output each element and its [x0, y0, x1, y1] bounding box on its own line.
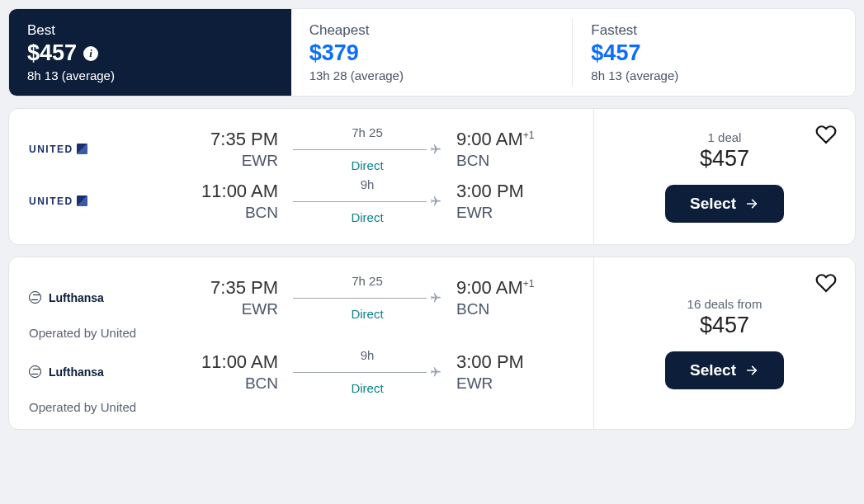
departure-time: 7:35 PM [161, 129, 278, 150]
departure-airport: BCN [161, 374, 278, 393]
sort-tab-meta: 8h 13 (average) [591, 68, 837, 82]
leg-stops: Direct [293, 158, 441, 172]
select-button-label: Select [690, 361, 736, 379]
sort-tab-best[interactable]: Best$457i8h 13 (average) [9, 9, 291, 96]
heart-icon[interactable] [815, 272, 837, 294]
leg-duration: 7h 25 [293, 125, 441, 139]
select-button-label: Select [690, 195, 736, 213]
leg-duration: 7h 25 [293, 274, 441, 288]
flight-leg: UNITED7:35 PMEWR7h 25Direct9:00 AM+1BCN [29, 125, 574, 172]
flight-side: 1 deal$457Select [593, 109, 855, 244]
sort-tab-meta: 13h 28 (average) [309, 68, 555, 82]
sort-tab-price: $457 [591, 40, 837, 66]
flight-leg: UNITED11:00 AMBCN9hDirect3:00 PMEWR [29, 177, 574, 224]
sort-tab-label: Best [27, 22, 273, 39]
sort-tabs: Best$457i8h 13 (average)Cheapest$37913h … [8, 8, 856, 97]
arrival-time: 9:00 AM+1 [456, 129, 574, 150]
leg-stops: Direct [293, 381, 441, 395]
deals-label: 1 deal [708, 130, 742, 144]
leg-middle: 7h 25Direct [293, 274, 441, 321]
airline-logo-united: UNITED [29, 195, 161, 207]
deals-price: $457 [700, 313, 749, 338]
departure-airport: EWR [161, 152, 278, 170]
arrival-airport: EWR [456, 374, 574, 393]
sort-tab-cheapest[interactable]: Cheapest$37913h 28 (average) [291, 9, 574, 96]
leg-stops: Direct [293, 307, 441, 321]
flight-side: 16 deals from$457Select [593, 257, 855, 429]
leg-duration: 9h [293, 177, 441, 191]
arrival-airport: EWR [456, 204, 574, 222]
sort-tab-price: $457i [27, 40, 273, 66]
arrival-time: 3:00 PM [456, 351, 574, 373]
departure-block: 7:35 PMEWR [161, 277, 293, 318]
heart-icon[interactable] [815, 124, 837, 145]
flight-card[interactable]: Lufthansa7:35 PMEWR7h 25Direct9:00 AM+1B… [8, 257, 856, 430]
flight-leg: Lufthansa11:00 AMBCN9hDirect3:00 PMEWR [29, 348, 574, 395]
departure-airport: EWR [161, 300, 278, 318]
departure-time: 7:35 PM [161, 277, 278, 299]
leg-middle: 7h 25Direct [293, 125, 441, 172]
select-button[interactable]: Select [665, 185, 784, 223]
flight-card[interactable]: UNITED7:35 PMEWR7h 25Direct9:00 AM+1BCNU… [8, 108, 856, 245]
sort-tab-label: Fastest [591, 22, 837, 39]
airline-logo-lufthansa: Lufthansa [29, 291, 161, 304]
flight-main: Lufthansa7:35 PMEWR7h 25Direct9:00 AM+1B… [9, 257, 593, 429]
operated-by: Operated by United [29, 400, 574, 414]
sort-tab-meta: 8h 13 (average) [27, 68, 273, 82]
arrival-time: 3:00 PM [456, 181, 574, 202]
leg-duration: 9h [293, 348, 441, 362]
leg-stops: Direct [293, 210, 441, 224]
sort-tab-label: Cheapest [309, 22, 555, 39]
leg-middle: 9hDirect [293, 348, 441, 395]
departure-block: 11:00 AMBCN [161, 181, 293, 222]
flight-leg: Lufthansa7:35 PMEWR7h 25Direct9:00 AM+1B… [29, 274, 574, 321]
departure-time: 11:00 AM [161, 181, 278, 202]
operated-by: Operated by United [29, 326, 574, 340]
departure-block: 7:35 PMEWR [161, 129, 293, 170]
arrival-block: 3:00 PMEWR [441, 351, 574, 393]
departure-time: 11:00 AM [161, 351, 278, 373]
deals-price: $457 [700, 146, 749, 172]
sort-tab-fastest[interactable]: Fastest$4578h 13 (average) [573, 9, 855, 96]
arrival-time: 9:00 AM+1 [456, 277, 574, 299]
airline-logo-united: UNITED [29, 144, 161, 155]
select-button[interactable]: Select [665, 351, 784, 389]
arrival-airport: BCN [456, 152, 574, 170]
departure-airport: BCN [161, 204, 278, 222]
airline-logo-lufthansa: Lufthansa [29, 365, 161, 379]
flight-main: UNITED7:35 PMEWR7h 25Direct9:00 AM+1BCNU… [9, 109, 593, 244]
arrival-block: 9:00 AM+1BCN [441, 277, 574, 318]
sort-tab-price: $379 [309, 40, 555, 66]
arrival-block: 9:00 AM+1BCN [441, 129, 574, 170]
arrival-block: 3:00 PMEWR [441, 181, 574, 222]
leg-middle: 9hDirect [293, 177, 441, 224]
arrival-airport: BCN [456, 300, 574, 318]
departure-block: 11:00 AMBCN [161, 351, 293, 393]
deals-label: 16 deals from [687, 297, 762, 311]
info-icon[interactable]: i [83, 46, 98, 61]
